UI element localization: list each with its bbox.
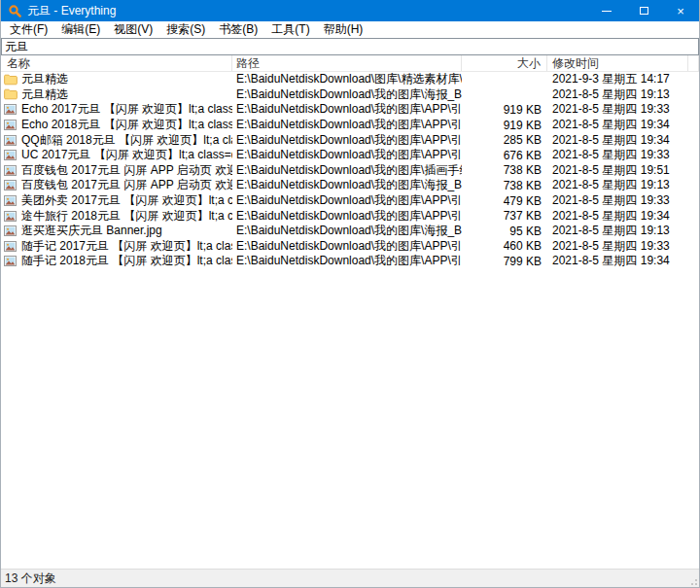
file-modified: 2021-8-5 星期四 19:34 — [547, 253, 688, 269]
file-name-cell: 逛买逛买庆元旦 Banner.jpg — [1, 223, 232, 239]
menu-file[interactable]: 文件(F) — [3, 20, 54, 39]
file-modified: 2021-8-5 星期四 19:13 — [547, 177, 688, 193]
titlebar: 元旦 - Everything × — [1, 0, 699, 21]
menu-help[interactable]: 帮助(H) — [317, 20, 370, 39]
file-name: 百度钱包 2017元旦 闪屏 APP 启动页 欢迎页 引导页 ... — [21, 177, 232, 193]
file-name-cell: Echo 2017元旦 【闪屏 欢迎页】lt;a class=quot;.jpg — [1, 101, 232, 118]
file-name-cell: Echo 2018元旦 【闪屏 欢迎页】lt;a class=quot;.jpg — [1, 117, 232, 133]
file-name: 途牛旅行 2018元旦 【闪屏 欢迎页】lt;a class=quot;,... — [21, 208, 232, 225]
file-size: 285 KB — [462, 133, 547, 147]
image-icon — [4, 180, 18, 191]
search-bar — [1, 38, 699, 55]
column-header-modified[interactable]: 修改时间 — [547, 55, 688, 71]
table-row[interactable]: 随手记 2018元旦 【闪屏 欢迎页】lt;a class=quot;t.j..… — [1, 254, 699, 269]
file-modified: 2021-9-3 星期五 14:17 — [547, 71, 688, 87]
close-button[interactable]: × — [662, 0, 699, 21]
table-row[interactable]: UC 2017元旦 【闪屏 欢迎页】lt;a class=quot;te.jpg… — [1, 148, 699, 163]
table-row[interactable]: Echo 2018元旦 【闪屏 欢迎页】lt;a class=quot;.jpg… — [1, 118, 699, 133]
window-title: 元旦 - Everything — [27, 0, 116, 21]
close-icon: × — [677, 5, 684, 17]
file-name-cell: QQ邮箱 2018元旦 【闪屏 欢迎页】lt;a class=quot;.j..… — [1, 132, 232, 149]
file-modified: 2021-8-5 星期四 19:13 — [547, 223, 688, 239]
file-size: 95 KB — [462, 225, 547, 238]
file-path: E:\BaiduNetdiskDownload\我的图库\APP\引导页 — [232, 132, 462, 149]
file-path: E:\BaiduNetdiskDownload\我的图库\海报_Banner_系… — [232, 177, 462, 193]
menu-view[interactable]: 视图(V) — [107, 20, 159, 39]
file-modified: 2021-8-5 星期四 19:13 — [547, 86, 688, 103]
table-row[interactable]: 逛买逛买庆元旦 Banner.jpg E:\BaiduNetdiskDownlo… — [1, 224, 699, 239]
column-header-size[interactable]: 大小 — [462, 55, 547, 71]
status-bar: 13 个对象 — [1, 569, 699, 587]
column-header-path[interactable]: 路径 — [232, 55, 462, 71]
file-modified: 2021-8-5 星期四 19:51 — [547, 162, 688, 179]
file-name: Echo 2018元旦 【闪屏 欢迎页】lt;a class=quot;.jpg — [21, 117, 232, 133]
file-name: Echo 2017元旦 【闪屏 欢迎页】lt;a class=quot;.jpg — [21, 101, 232, 118]
file-name: 随手记 2017元旦 【闪屏 欢迎页】lt;a class=quot;t.j..… — [21, 238, 232, 255]
file-size: 479 KB — [462, 194, 547, 208]
file-name: 元旦精选 — [21, 86, 68, 103]
file-size: 738 KB — [462, 163, 547, 177]
maximize-button[interactable] — [625, 0, 662, 21]
file-name-cell: 途牛旅行 2018元旦 【闪屏 欢迎页】lt;a class=quot;,... — [1, 208, 232, 225]
table-row[interactable]: 途牛旅行 2018元旦 【闪屏 欢迎页】lt;a class=quot;,...… — [1, 208, 699, 224]
file-list: 元旦精选 E:\BaiduNetdiskDownload\图库\精选素材库\精选… — [1, 72, 699, 269]
file-name-cell: UC 2017元旦 【闪屏 欢迎页】lt;a class=quot;te.jpg — [1, 147, 232, 163]
file-name-cell: 百度钱包 2017元旦 闪屏 APP 启动页 欢迎页 引导页 ... — [1, 177, 232, 193]
file-modified: 2021-8-5 星期四 19:34 — [547, 117, 688, 133]
file-path: E:\BaiduNetdiskDownload\我的图库\APP\引导页 — [232, 101, 462, 118]
menu-search[interactable]: 搜索(S) — [159, 20, 212, 39]
file-size: 919 KB — [462, 103, 547, 117]
column-header-name[interactable]: 名称 — [1, 55, 232, 71]
resize-grip-icon[interactable] — [687, 575, 697, 585]
file-name: 元旦精选 — [21, 71, 68, 87]
caption-buttons: × — [588, 0, 699, 21]
file-name: UC 2017元旦 【闪屏 欢迎页】lt;a class=quot;te.jpg — [21, 147, 232, 163]
list-header: 名称 路径 大小 修改时间 — [1, 55, 699, 72]
image-icon — [4, 210, 18, 222]
file-size: 737 KB — [462, 209, 547, 223]
table-row[interactable]: 百度钱包 2017元旦 闪屏 APP 启动页 欢迎页 引导页 ... E:\Ba… — [1, 163, 699, 179]
file-path: E:\BaiduNetdiskDownload\我的图库\海报_Banner_系 — [232, 86, 462, 103]
file-size: 799 KB — [462, 255, 547, 268]
file-name-cell: 元旦精选 — [1, 86, 232, 103]
file-size: 676 KB — [462, 149, 547, 162]
menu-bookmarks[interactable]: 书签(B) — [212, 20, 264, 39]
file-name-cell: 美团外卖 2017元旦 【闪屏 欢迎页】lt;a class=quot;,... — [1, 192, 232, 209]
table-row[interactable]: 随手记 2017元旦 【闪屏 欢迎页】lt;a class=quot;t.j..… — [1, 239, 699, 255]
table-row[interactable]: 元旦精选 E:\BaiduNetdiskDownload\图库\精选素材库\精选… — [1, 72, 699, 87]
search-input[interactable] — [1, 38, 699, 55]
file-name-cell: 随手记 2017元旦 【闪屏 欢迎页】lt;a class=quot;t.j..… — [1, 238, 232, 255]
folder-icon — [4, 74, 18, 86]
column-header-filler — [688, 55, 699, 71]
maximize-icon — [640, 7, 648, 15]
file-modified: 2021-8-5 星期四 19:33 — [547, 238, 688, 255]
file-size: 738 KB — [462, 179, 547, 192]
menu-edit[interactable]: 编辑(E) — [54, 20, 107, 39]
image-icon — [4, 150, 18, 161]
table-row[interactable]: 美团外卖 2017元旦 【闪屏 欢迎页】lt;a class=quot;,...… — [1, 193, 699, 209]
file-name: 随手记 2018元旦 【闪屏 欢迎页】lt;a class=quot;t.j..… — [21, 253, 232, 269]
file-name-cell: 元旦精选 — [1, 71, 232, 87]
table-row[interactable]: Echo 2017元旦 【闪屏 欢迎页】lt;a class=quot;.jpg… — [1, 102, 699, 118]
file-name: QQ邮箱 2018元旦 【闪屏 欢迎页】lt;a class=quot;.j..… — [21, 132, 232, 149]
table-row[interactable]: 元旦精选 E:\BaiduNetdiskDownload\我的图库\海报_Ban… — [1, 87, 699, 103]
file-path: E:\BaiduNetdiskDownload\图库\精选素材库\精选素材... — [232, 71, 462, 87]
minimize-icon — [602, 11, 612, 12]
file-path: E:\BaiduNetdiskDownload\我的图库\海报_Banner_系… — [232, 223, 462, 239]
file-name-cell: 百度钱包 2017元旦 闪屏 APP 启动页 欢迎页 引导页 ... — [1, 162, 232, 179]
file-modified: 2021-8-5 星期四 19:33 — [547, 101, 688, 118]
table-row[interactable]: QQ邮箱 2018元旦 【闪屏 欢迎页】lt;a class=quot;.j..… — [1, 132, 699, 148]
file-modified: 2021-8-5 星期四 19:33 — [547, 147, 688, 163]
table-row[interactable]: 百度钱包 2017元旦 闪屏 APP 启动页 欢迎页 引导页 ... E:\Ba… — [1, 178, 699, 193]
file-modified: 2021-8-5 星期四 19:34 — [547, 132, 688, 149]
file-modified: 2021-8-5 星期四 19:33 — [547, 192, 688, 209]
folder-icon — [4, 88, 18, 100]
menu-tools[interactable]: 工具(T) — [264, 20, 316, 39]
file-modified: 2021-8-5 星期四 19:34 — [547, 208, 688, 225]
file-path: E:\BaiduNetdiskDownload\我的图库\APP\引导页 — [232, 117, 462, 133]
image-icon — [4, 225, 18, 237]
image-icon — [4, 164, 18, 176]
file-path: E:\BaiduNetdiskDownload\我的图库\插画手绘 — [232, 162, 462, 179]
image-icon — [4, 195, 18, 207]
minimize-button[interactable] — [588, 0, 625, 21]
